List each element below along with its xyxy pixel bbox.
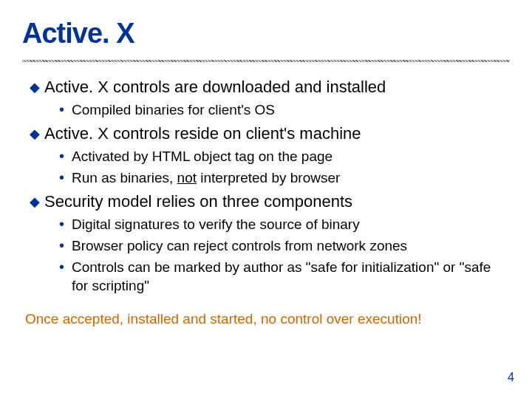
divider [22,60,510,62]
bullet-icon: • [59,168,64,186]
content-area: ◆ Active. X controls are downloaded and … [22,77,510,295]
bullet-icon: • [59,100,64,118]
diamond-icon: ◆ [30,77,40,98]
slide-title: Active. X [22,18,510,50]
level2-item: • Compiled binaries for client's OS [59,100,510,119]
level2-item: • Controls can be marked by author as "s… [59,258,510,295]
bullet-icon: • [59,236,64,254]
footer-note: Once accepted, installed and started, no… [22,311,510,327]
bullet-block: ◆ Active. X controls are downloaded and … [30,77,510,119]
bullet-block: ◆ Active. X controls reside on client's … [30,123,510,187]
bullet-icon: • [59,215,64,233]
diamond-icon: ◆ [30,123,40,144]
level2-item: • Digital signatures to verify the sourc… [59,215,510,233]
bullet-icon: • [59,258,64,276]
level2-text: Run as binaries, not interpreted by brow… [72,168,340,187]
level1-text: Active. X controls are downloaded and in… [44,77,386,98]
level2-text: Controls can be marked by author as "saf… [72,258,510,295]
bullet-block: ◆ Security model relies on three compone… [30,191,510,295]
level2-text: Compiled binaries for client's OS [72,100,275,119]
page-number: 4 [508,371,514,384]
level2-text: Browser policy can reject controls from … [72,236,407,255]
level1-item: ◆ Security model relies on three compone… [30,191,510,212]
diamond-icon: ◆ [30,191,40,212]
level2-text: Digital signatures to verify the source … [72,215,360,233]
level1-text: Active. X controls reside on client's ma… [44,123,361,144]
level1-item: ◆ Active. X controls are downloaded and … [30,77,510,98]
level2-text: Activated by HTML object tag on the page [72,147,332,166]
level2-item: • Activated by HTML object tag on the pa… [59,147,510,166]
level2-item: • Browser policy can reject controls fro… [59,236,510,255]
level1-item: ◆ Active. X controls reside on client's … [30,123,510,144]
level2-item: • Run as binaries, not interpreted by br… [59,168,510,187]
slide: Active. X ◆ Active. X controls are downl… [0,0,532,399]
bullet-icon: • [59,147,64,165]
level1-text: Security model relies on three component… [44,191,352,212]
